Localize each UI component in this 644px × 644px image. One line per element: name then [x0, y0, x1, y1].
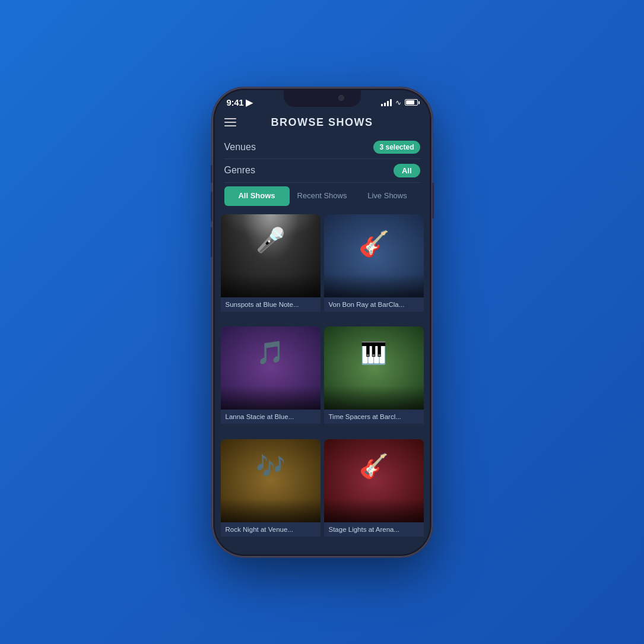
volume-up-button — [211, 192, 212, 221]
show-title-5: Rock Night at Venue... — [221, 522, 321, 537]
app-header: BROWSE SHOWS — [215, 112, 430, 136]
show-title-6: Stage Lights at Arena... — [324, 522, 424, 537]
camera — [338, 95, 344, 101]
venues-label: Venues — [224, 142, 256, 153]
mute-button — [211, 165, 212, 183]
show-card-4[interactable]: Time Spacers at Barcl... — [324, 326, 424, 436]
battery-icon — [405, 99, 418, 106]
wifi-icon: ∿ — [395, 99, 401, 107]
show-card-1[interactable]: Sunspots at Blue Note... — [221, 214, 321, 323]
genres-label: Genres — [224, 165, 255, 176]
phone-screen: 9:41 ▶ ∿ — [215, 90, 430, 554]
show-image-3 — [221, 326, 321, 410]
tabs-row: All Shows Recent Shows Live Shows — [215, 183, 430, 212]
show-image-1 — [221, 214, 321, 297]
tab-recent-shows[interactable]: Recent Shows — [290, 186, 355, 206]
notch — [284, 90, 361, 107]
show-image-2 — [324, 214, 424, 297]
show-card-3[interactable]: Lanna Stacie at Blue... — [221, 326, 321, 436]
show-image-4 — [324, 326, 424, 410]
show-card-5[interactable]: Rock Night at Venue... — [221, 439, 321, 548]
volume-down-button — [211, 227, 212, 257]
show-card-2[interactable]: Von Bon Ray at BarCla... — [324, 214, 424, 323]
signal-icon — [381, 99, 392, 106]
venues-badge[interactable]: 3 selected — [373, 141, 420, 154]
shows-grid: Sunspots at Blue Note... Von Bon Ray at … — [215, 212, 430, 554]
genres-badge[interactable]: All — [394, 164, 420, 177]
show-title-4: Time Spacers at Barcl... — [324, 410, 424, 424]
status-icons: ∿ — [381, 99, 418, 107]
show-title-1: Sunspots at Blue Note... — [221, 297, 321, 312]
show-image-5 — [221, 439, 321, 522]
venues-filter-row[interactable]: Venues 3 selected — [215, 136, 430, 158]
genres-filter-row[interactable]: Genres All — [215, 159, 430, 182]
app-content: BROWSE SHOWS Venues 3 selected Genres Al… — [215, 112, 430, 554]
show-image-6 — [324, 439, 424, 522]
show-card-6[interactable]: Stage Lights at Arena... — [324, 439, 424, 548]
phone-device: 9:41 ▶ ∿ — [212, 88, 432, 557]
page-title: BROWSE SHOWS — [271, 116, 373, 129]
show-title-2: Von Bon Ray at BarCla... — [324, 297, 424, 312]
menu-button[interactable] — [224, 118, 236, 126]
show-title-3: Lanna Stacie at Blue... — [221, 410, 321, 424]
tab-live-shows[interactable]: Live Shows — [355, 186, 420, 206]
power-button — [432, 183, 434, 218]
status-bar: 9:41 ▶ ∿ — [215, 90, 430, 112]
status-time: 9:41 ▶ — [227, 97, 253, 108]
tab-all-shows[interactable]: All Shows — [224, 186, 290, 206]
